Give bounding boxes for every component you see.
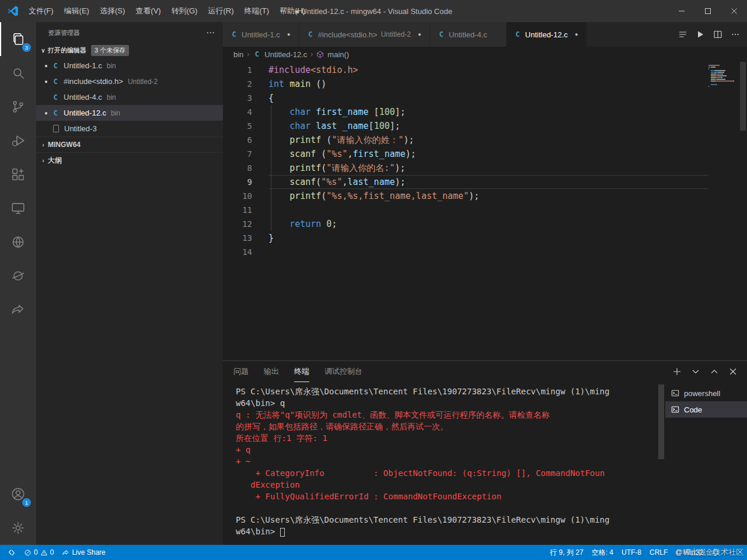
terminal-scrollbar[interactable] — [658, 384, 664, 459]
open-editor-item[interactable]: ●CUntitled-1.cbin — [36, 58, 223, 74]
minimap[interactable] — [708, 62, 739, 360]
panel-actions — [672, 367, 747, 376]
editor-tab[interactable]: CUntitled-12.c● — [507, 22, 587, 47]
tab-strip: CUntitled-1.c●C#include<stdio.h>Untitled… — [223, 22, 587, 47]
section-mingw64[interactable]: › MINGW64 — [36, 136, 223, 152]
panel-tab-strip: 问题输出终端调试控制台 — [233, 361, 378, 382]
open-editor-item[interactable]: ●CUntitled-12.cbin — [36, 105, 223, 121]
activity-search[interactable] — [0, 56, 36, 90]
terminal[interactable]: PS C:\Users\席永强\Documents\Tencent Files\… — [223, 382, 665, 545]
menu-item[interactable]: 查看(V) — [130, 0, 166, 22]
menu-bar: 文件(F)编辑(E)选择(S)查看(V)转到(G)运行(R)终端(T)帮助(H) — [23, 0, 310, 22]
git-branch-icon — [11, 99, 26, 114]
terminal-dropdown-icon[interactable] — [691, 367, 700, 376]
vscode-window: 文件(F)编辑(E)选择(S)查看(V)转到(G)运行(R)终端(T)帮助(H)… — [0, 0, 747, 560]
open-editor-item[interactable]: ●CUntitled-4.cbin — [36, 89, 223, 105]
close-button[interactable] — [721, 0, 747, 22]
editor-tab[interactable]: CUntitled-1.c● — [223, 22, 299, 47]
share-arrow-icon — [11, 302, 26, 317]
menu-item[interactable]: 帮助(H) — [274, 0, 310, 22]
encoding-status[interactable]: UTF-8 — [617, 545, 645, 560]
activity-remote-explorer[interactable] — [0, 191, 36, 225]
activity-bar: 3 1 — [0, 22, 36, 545]
close-panel-icon[interactable] — [728, 367, 738, 376]
indentation-status[interactable]: 空格: 4 — [588, 545, 617, 560]
maximize-panel-icon[interactable] — [710, 367, 719, 376]
title-bar: 文件(F)编辑(E)选择(S)查看(V)转到(G)运行(R)终端(T)帮助(H)… — [0, 0, 747, 22]
chevron-down-icon: ∨ — [39, 47, 48, 54]
menu-item[interactable]: 终端(T) — [239, 0, 274, 22]
bottom-panel: 问题输出终端调试控制台 PS C:\Users\席永强\Documents\Te… — [223, 360, 747, 545]
live-share-label: Live Share — [72, 548, 105, 556]
section-outline[interactable]: › 大纲 — [36, 152, 223, 168]
code-line: #include<stdio.h> — [268, 63, 708, 77]
activity-source-control[interactable] — [0, 90, 36, 124]
terminal-line: + q — [236, 444, 665, 456]
account-button[interactable]: 1 — [0, 477, 36, 511]
panel-tab-bar: 问题输出终端调试控制台 — [223, 361, 747, 382]
remote-indicator[interactable] — [4, 545, 20, 560]
activity-run-debug[interactable] — [0, 124, 36, 158]
sidebar-more-actions-icon[interactable]: ⋯ — [206, 27, 215, 38]
editor-tab[interactable]: C#include<stdio.h>Untitled-2● — [299, 22, 430, 47]
open-editors-header[interactable]: ∨ 打开的编辑器 3 个未保存 — [36, 43, 223, 58]
code-line: } — [268, 231, 708, 245]
menu-item[interactable]: 转到(G) — [166, 0, 203, 22]
menu-item[interactable]: 文件(F) — [23, 0, 59, 22]
activity-extensions[interactable] — [0, 158, 36, 191]
problems-status[interactable]: 0 0 — [20, 545, 58, 560]
code-editor[interactable]: 1234567891011121314 #include<stdio.h>int… — [223, 62, 747, 360]
breadcrumb-item[interactable]: Untitled-12.c — [264, 50, 307, 59]
new-terminal-icon[interactable] — [672, 367, 682, 376]
breadcrumb-item[interactable]: main() — [327, 50, 349, 59]
breadcrumb-item[interactable]: bin — [233, 50, 243, 59]
editor-list-icon[interactable] — [678, 30, 687, 39]
symbol-cube-icon — [316, 51, 324, 58]
status-bar: 0 0 Live Share 行 9, 列 27 空格: 4 UTF-8 CRL… — [0, 545, 747, 560]
menu-item[interactable]: 运行(R) — [203, 0, 239, 22]
menu-item[interactable]: 选择(S) — [95, 0, 130, 22]
c-file-icon: C — [51, 78, 60, 86]
tab-detail: Untitled-2 — [381, 30, 411, 38]
open-editor-item[interactable]: ●Untitled-3 — [36, 121, 223, 136]
terminal-session[interactable]: powershell — [665, 385, 747, 401]
maximize-button[interactable] — [694, 0, 721, 22]
sidebar-explorer: 资源管理器 ⋯ ∨ 打开的编辑器 3 个未保存 ●CUntitled-1.cbi… — [36, 22, 223, 545]
activity-planet[interactable] — [0, 259, 36, 293]
editor-more-actions-icon[interactable] — [731, 30, 740, 39]
run-button[interactable] — [696, 30, 705, 39]
file-name: Untitled-1.c — [64, 61, 102, 70]
code-line: printf("%s,%s,fist_name,last_name"); — [268, 189, 708, 203]
activity-explorer[interactable]: 3 — [0, 22, 36, 56]
panel-tab[interactable]: 输出 — [264, 361, 279, 382]
cursor-position[interactable]: 行 9, 列 27 — [546, 545, 587, 560]
file-detail: bin — [107, 62, 116, 70]
panel-tab[interactable]: 终端 — [294, 361, 309, 382]
panel-tab[interactable]: 问题 — [233, 361, 249, 382]
scrollbar-thumb[interactable] — [740, 62, 746, 131]
eol-status[interactable]: CRLF — [645, 545, 672, 560]
tab-label: Untitled-4.c — [449, 30, 487, 39]
editor-tab[interactable]: CUntitled-4.c● — [430, 22, 506, 47]
open-editors-list: ●CUntitled-1.cbin●C#include<stdio.h>Unti… — [36, 58, 223, 136]
panel-tab[interactable]: 调试控制台 — [324, 361, 362, 382]
c-file-icon: C — [51, 62, 60, 70]
activity-live-share[interactable] — [0, 293, 36, 327]
file-detail: Untitled-2 — [128, 78, 158, 86]
terminal-session[interactable]: Code — [665, 401, 747, 418]
open-editor-item[interactable]: ●C#include<stdio.h>Untitled-2 — [36, 74, 223, 89]
line-number: 13 — [223, 231, 268, 245]
warning-count: 0 — [50, 548, 54, 556]
modified-dot: ● — [286, 32, 292, 37]
split-editor-icon[interactable] — [713, 30, 722, 39]
menu-item[interactable]: 编辑(E) — [59, 0, 95, 22]
error-icon — [24, 549, 32, 556]
settings-button[interactable] — [0, 511, 36, 545]
window-controls — [668, 0, 747, 22]
activity-browser-preview[interactable] — [0, 225, 36, 259]
code-line: printf("请输入你的名:"); — [268, 161, 708, 175]
live-share-button[interactable]: Live Share — [58, 545, 109, 560]
minimize-button[interactable] — [668, 0, 694, 22]
editor-scrollbar[interactable] — [739, 62, 747, 360]
code-pane[interactable]: #include<stdio.h>int main (){ char first… — [268, 62, 708, 360]
